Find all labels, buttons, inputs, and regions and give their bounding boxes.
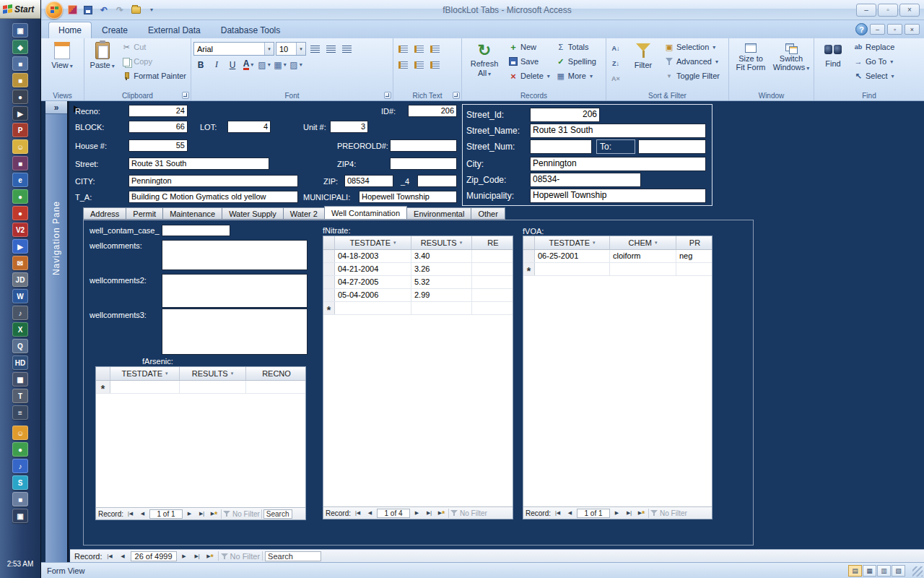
cell-testdate[interactable]: 05-04-2006 — [335, 289, 411, 301]
taskbar-icon[interactable]: ● — [12, 206, 28, 220]
rich-text-dialog-launcher[interactable] — [453, 92, 460, 99]
open-button[interactable] — [129, 4, 142, 17]
next-record-button[interactable] — [411, 509, 422, 518]
previous-record-button[interactable] — [118, 551, 128, 561]
cell-results[interactable]: 5.32 — [411, 276, 472, 288]
table-row[interactable]: 06-25-2001 cloiform neg — [523, 250, 712, 263]
qat-customize-button[interactable] — [145, 4, 158, 17]
id-field[interactable]: 206 — [408, 105, 457, 117]
row-selector[interactable] — [323, 250, 335, 262]
ta-field[interactable]: Building C Motion Gymatics old yellow — [128, 191, 298, 203]
row-selector[interactable] — [323, 289, 335, 301]
street-name-field[interactable]: Route 31 South — [530, 124, 706, 138]
alternate-fill-button[interactable] — [289, 58, 303, 72]
select-all-cell[interactable] — [523, 236, 535, 249]
row-selector[interactable] — [323, 263, 335, 275]
font-color-button[interactable]: A — [241, 58, 256, 72]
align-right-button[interactable] — [339, 42, 354, 56]
first-record-button[interactable] — [552, 509, 563, 518]
cell-testdate[interactable]: 04-21-2004 — [335, 263, 411, 275]
tray-icon[interactable]: ■ — [12, 492, 28, 506]
increase-indent-button[interactable] — [396, 58, 410, 72]
align-left-button[interactable] — [308, 42, 322, 56]
minimize-button[interactable] — [856, 4, 876, 17]
new-record-selector[interactable] — [96, 381, 110, 393]
child-restore-button[interactable] — [887, 24, 902, 35]
selection-button[interactable]: Selection — [662, 40, 722, 53]
municipality-field[interactable]: Hopewell Township — [530, 189, 706, 203]
child-minimize-button[interactable] — [870, 24, 885, 35]
refresh-all-button[interactable]: Refresh All — [464, 40, 505, 90]
datasheet-view-button[interactable] — [863, 565, 876, 577]
new-blank-record-button[interactable] — [436, 509, 447, 518]
cell-recno[interactable] — [472, 289, 513, 301]
taskbar-icon[interactable]: ☺ — [12, 139, 28, 154]
form-view-button[interactable] — [848, 565, 862, 577]
first-record-button[interactable] — [352, 509, 363, 518]
column-header-testdate[interactable]: TESTDATE — [110, 367, 180, 380]
new-record-row[interactable] — [523, 263, 712, 276]
wellcomments3-field[interactable] — [162, 309, 308, 355]
tab-database-tools[interactable]: Database Tools — [211, 22, 291, 38]
table-row[interactable]: 04-18-2003 3.40 — [323, 250, 513, 263]
child-close-button[interactable] — [905, 24, 920, 35]
new-record-row[interactable] — [96, 381, 305, 394]
bullets-button[interactable] — [396, 42, 410, 56]
select-all-cell[interactable] — [96, 367, 110, 380]
rich-text-options-button[interactable] — [427, 58, 442, 72]
delete-record-button[interactable]: Delete — [506, 69, 552, 82]
maximize-button[interactable] — [878, 4, 898, 17]
zip-suffix-field[interactable] — [417, 175, 457, 187]
tray-icon[interactable]: ▣ — [12, 509, 28, 523]
select-all-cell[interactable] — [323, 236, 335, 249]
column-header-results[interactable]: RESULTS — [180, 367, 246, 380]
taskbar-icon[interactable]: ◆ — [12, 40, 28, 54]
taskbar-icon[interactable]: Q — [12, 339, 28, 353]
layout-view-button[interactable] — [877, 565, 891, 577]
taskbar-icon[interactable]: X — [12, 322, 28, 337]
cell-chem[interactable]: cloiform — [610, 250, 676, 262]
text-direction-button[interactable] — [411, 58, 426, 72]
select-button[interactable]: Select — [851, 69, 897, 82]
taskbar-icon[interactable]: ▦ — [12, 372, 28, 387]
recno-field[interactable]: 24 — [128, 105, 188, 117]
cell-results[interactable]: 3.26 — [411, 263, 472, 275]
row-selector[interactable] — [323, 276, 335, 288]
column-header-recno[interactable]: RE — [472, 236, 513, 249]
sort-ascending-button[interactable] — [609, 40, 623, 54]
filter-status[interactable]: No Filter — [650, 509, 687, 517]
design-view-button[interactable] — [892, 565, 905, 577]
gridlines-button[interactable] — [273, 58, 287, 72]
switch-windows-button[interactable]: Switch Windows — [772, 40, 811, 90]
column-header-pr[interactable]: PR — [676, 236, 712, 249]
goto-button[interactable]: Go To — [851, 55, 897, 68]
next-record-button[interactable] — [611, 509, 622, 518]
zip-field[interactable]: 08534 — [344, 175, 393, 187]
previous-record-button[interactable] — [565, 509, 575, 518]
find-button[interactable]: Find — [816, 40, 850, 90]
filter-status[interactable]: No Filter — [221, 552, 261, 561]
tray-icon[interactable]: ♪ — [12, 459, 28, 473]
navigation-pane-expand-button[interactable]: » — [45, 101, 67, 114]
tab-well-contamination[interactable]: Well Contamination — [324, 206, 407, 220]
cell-result[interactable]: neg — [676, 250, 712, 262]
search-input[interactable]: Search — [265, 551, 321, 561]
row-selector[interactable] — [523, 250, 535, 262]
street-field[interactable]: Route 31 South — [128, 158, 269, 170]
totals-button[interactable]: Totals — [554, 40, 598, 53]
clear-sort-button[interactable] — [609, 71, 623, 85]
panel-city-field[interactable]: Pennington — [530, 157, 706, 171]
municipali-field[interactable]: Hopewell Township — [359, 191, 457, 203]
resize-grip[interactable] — [912, 566, 923, 577]
next-record-button[interactable] — [184, 509, 195, 519]
tab-permit[interactable]: Permit — [126, 207, 163, 220]
first-record-button[interactable] — [105, 551, 116, 561]
align-center-button[interactable] — [323, 42, 338, 56]
cell-results[interactable]: 3.40 — [411, 250, 472, 262]
tab-create[interactable]: Create — [92, 22, 138, 38]
block-field[interactable]: 66 — [128, 121, 188, 133]
numbering-button[interactable] — [411, 42, 426, 56]
taskbar-icon[interactable]: ♪ — [12, 306, 28, 320]
record-position[interactable]: 26 of 4999 — [131, 551, 177, 561]
view-button[interactable]: View — [43, 40, 81, 70]
